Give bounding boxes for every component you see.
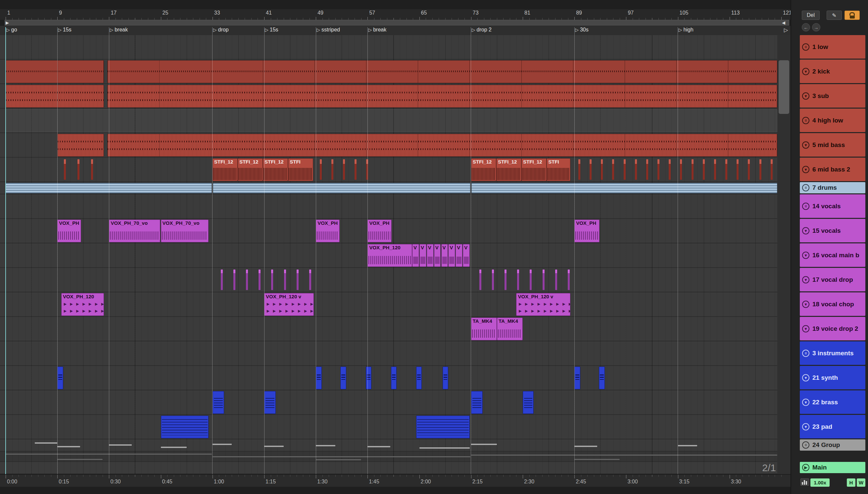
arrangement-row-vocal-drop[interactable] xyxy=(0,268,777,292)
clip-vtick[interactable] xyxy=(233,269,235,290)
clip-vox-ph-70-vo[interactable]: VOX_PH_70_vo xyxy=(161,220,209,242)
arrangement-overview-strip[interactable] xyxy=(5,20,789,25)
clip-vox-ph-120-v[interactable]: VOX_PH_120 v►►►►►►►►►►►►►►►► xyxy=(264,293,314,316)
strip-right-arrow-icon[interactable]: ◀ xyxy=(782,20,785,25)
clip-rtick[interactable] xyxy=(590,159,592,180)
arrangement-row-instruments[interactable] xyxy=(0,341,777,366)
locator-flag-sstriped[interactable]: ▷sstriped xyxy=(316,27,340,33)
clip-vox-ph-120-v[interactable]: VOX_PH_120 v►►►►►►►►►►►►►►►►►► xyxy=(516,293,571,316)
clip-vtick[interactable] xyxy=(517,269,519,290)
locator-flag-go[interactable]: ▷go xyxy=(6,27,17,33)
clip-gline[interactable] xyxy=(678,445,697,446)
clip-vtick[interactable] xyxy=(309,269,311,290)
track-fold-icon[interactable]: ▾ xyxy=(802,92,809,100)
clip-rtick[interactable] xyxy=(669,159,671,180)
clip-red-dots[interactable] xyxy=(57,134,104,157)
track-fold-icon[interactable]: ▾ xyxy=(802,374,809,381)
arrangement-row-pad[interactable] xyxy=(0,415,777,439)
bar-ruler[interactable]: 191725334149576573818997105113121 xyxy=(0,9,791,20)
clip-v[interactable]: V xyxy=(427,244,434,267)
playback-speed-badge[interactable]: 1.00x xyxy=(810,478,830,487)
clip-blue-wav[interactable] xyxy=(161,416,209,438)
clip-ta-mk4[interactable]: TA_MK4 xyxy=(471,318,497,340)
track-fold-icon[interactable]: ▾ xyxy=(802,301,809,308)
clip-rtick[interactable] xyxy=(343,159,345,180)
track-header-synth[interactable]: ▾21 synth xyxy=(800,366,865,390)
clip-rtick[interactable] xyxy=(759,159,761,180)
clip-v[interactable]: V xyxy=(463,244,470,267)
arrangement-row-synth[interactable] xyxy=(0,366,777,391)
track-header-instruments[interactable]: ≡3 instruments xyxy=(800,341,865,365)
locator-flag-break[interactable]: ▷break xyxy=(110,27,128,33)
clip-rtick[interactable] xyxy=(601,159,603,180)
clip-rtick[interactable] xyxy=(657,159,659,180)
track-header-vocal-chop[interactable]: ▾18 vocal chop xyxy=(800,292,865,316)
locator-flag-break[interactable]: ▷break xyxy=(368,27,386,33)
clip-rtick[interactable] xyxy=(737,159,738,180)
clip-blue-sm[interactable] xyxy=(366,366,372,390)
clip-vox-ph[interactable]: VOX_PH xyxy=(57,220,81,242)
clip-vtick[interactable] xyxy=(284,269,286,290)
clip-gline[interactable] xyxy=(161,446,187,448)
clip-ret[interactable] xyxy=(57,459,103,460)
clip-vtick[interactable] xyxy=(504,269,506,290)
clip-blue-sm[interactable] xyxy=(391,366,397,390)
clip-gline[interactable] xyxy=(471,444,497,445)
clip-stfi-12[interactable]: STFI_12 xyxy=(496,158,521,181)
track-height-button[interactable]: H xyxy=(847,478,855,487)
clip-drums[interactable] xyxy=(6,183,212,193)
back-button[interactable]: ← xyxy=(802,23,810,32)
clip-vox-ph-120[interactable]: VOX_PH_120 xyxy=(367,244,412,267)
clip-vtick[interactable] xyxy=(271,269,273,290)
clip-gline[interactable] xyxy=(420,447,470,449)
clip-blue[interactable] xyxy=(264,391,276,414)
clip-rtick[interactable] xyxy=(714,159,716,180)
clip-rtick[interactable] xyxy=(578,159,580,180)
track-header-vocals[interactable]: ▾15 vocals xyxy=(800,219,865,242)
clip-vtick[interactable] xyxy=(221,269,223,290)
clip-blue[interactable] xyxy=(471,391,483,414)
group-fold-icon[interactable]: ≡ xyxy=(802,184,809,191)
clip-blue-sm[interactable] xyxy=(599,366,605,390)
group-fold-icon[interactable]: ≡ xyxy=(802,350,809,357)
clip-gline[interactable] xyxy=(109,444,131,446)
clip-rtick[interactable] xyxy=(635,159,637,180)
clip-stfi-12[interactable]: STFI_12 xyxy=(471,158,496,181)
clip-blue-sm[interactable] xyxy=(416,366,422,390)
clip-vtick[interactable] xyxy=(543,269,544,290)
clip-vtick[interactable] xyxy=(258,269,261,290)
clip-stfi-12[interactable]: STFI_12 xyxy=(238,158,263,181)
scroll-right-icon[interactable]: ▷ xyxy=(784,27,788,33)
clip-gline[interactable] xyxy=(574,446,597,447)
arrangement-row-vocal-chop[interactable] xyxy=(0,292,777,317)
arrangement-row-mid-bass-2[interactable] xyxy=(0,158,777,182)
clip-rtick[interactable] xyxy=(320,159,322,180)
track-header-high-low[interactable]: ≡4 high low xyxy=(800,109,865,132)
track-fold-icon[interactable]: ▾ xyxy=(802,423,809,431)
clip-drums[interactable] xyxy=(213,183,470,193)
track-header-vocals-group[interactable]: ≡14 vocals xyxy=(800,194,865,218)
strip-left-arrow-icon[interactable]: ▶ xyxy=(6,20,9,25)
clip-stfi-12[interactable]: STFI_12 xyxy=(521,158,546,181)
clip-rtick[interactable] xyxy=(91,159,93,180)
track-fold-icon[interactable]: ▾ xyxy=(802,325,809,332)
clip-v[interactable]: V xyxy=(420,244,426,267)
track-header-main[interactable]: ▶Main xyxy=(800,462,865,473)
clip-rtick[interactable] xyxy=(771,159,773,180)
clip-ret[interactable] xyxy=(471,455,777,456)
clip-gline[interactable] xyxy=(35,442,57,444)
clip-stfi-12[interactable]: STFI_12 xyxy=(213,158,238,181)
clip-vox-ph-120[interactable]: VOX_PH_120►►►►►►►►►►►►►► xyxy=(61,293,104,316)
clip-vtick[interactable] xyxy=(530,269,532,290)
locator-flag-drop[interactable]: ▷drop xyxy=(213,27,229,33)
track-header-mid-bass[interactable]: ▾5 mid bass xyxy=(800,133,865,157)
track-header-brass[interactable]: ▾22 brass xyxy=(800,391,865,414)
time-ruler[interactable]: 0:000:150:300:451:001:151:301:452:002:15… xyxy=(0,474,791,487)
clip-ret[interactable] xyxy=(574,459,620,460)
clip-blue[interactable] xyxy=(523,391,534,414)
clip-rtick[interactable] xyxy=(77,159,79,180)
delete-button[interactable]: Del xyxy=(802,11,820,20)
clip-blue-sm[interactable] xyxy=(443,366,448,390)
clip-drums[interactable] xyxy=(471,183,777,193)
clip-rtick[interactable] xyxy=(646,159,648,180)
